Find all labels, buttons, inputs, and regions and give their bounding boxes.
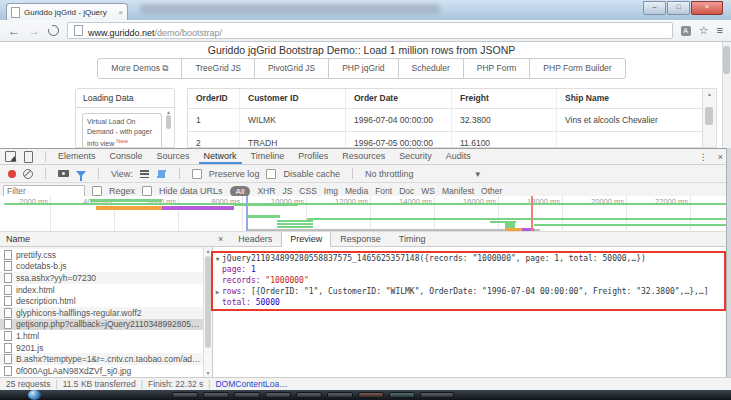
name-column-header[interactable]: Name	[0, 234, 212, 244]
panel-scrollbar-thumb[interactable]	[166, 115, 171, 129]
taskbar-button[interactable]	[358, 392, 384, 398]
record-icon[interactable]	[8, 170, 16, 178]
php-form-builder-button[interactable]: PHP Form Builder	[529, 58, 625, 79]
throttling-select[interactable]: No throttling	[365, 169, 414, 179]
throttling-dropdown-icon[interactable]: ▾	[475, 169, 480, 179]
pivotgrid-js-button[interactable]: PivotGrid JS	[254, 58, 329, 79]
request-row[interactable]: 0f000AgLAaN98XdZVf_sj0.jpg	[0, 365, 203, 377]
request-scrollbar-thumb[interactable]	[205, 256, 211, 348]
col-ship-name[interactable]: Ship Name	[557, 89, 716, 108]
type-other[interactable]: Other	[481, 186, 502, 196]
forward-icon[interactable]: →	[28, 25, 40, 37]
translate-icon[interactable]: A	[681, 26, 691, 36]
detail-close-icon[interactable]: ×	[212, 232, 229, 247]
type-manifest[interactable]: Manifest	[442, 186, 474, 196]
taskbar-button[interactable]	[389, 392, 415, 398]
request-row[interactable]: ssa.ashx?yyh=07230	[0, 272, 203, 284]
page-scrollbar-thumb[interactable]	[723, 46, 730, 74]
tab-audits[interactable]: Audits	[439, 149, 478, 164]
expander-closed-icon[interactable]: ▶	[213, 286, 222, 297]
scroll-up-icon[interactable]: ▲	[703, 89, 716, 97]
reload-icon[interactable]	[48, 25, 59, 36]
scroll-down-icon[interactable]: ▼	[204, 370, 212, 376]
taskbar-button[interactable]	[172, 392, 198, 398]
taskbar-button[interactable]	[420, 392, 454, 398]
grid-scrollbar-thumb[interactable]	[705, 107, 713, 125]
clear-icon[interactable]	[23, 169, 33, 179]
hide-data-urls-checkbox[interactable]	[142, 186, 152, 196]
tab-timeline[interactable]: Timeline	[244, 149, 292, 164]
tab-response[interactable]: Response	[331, 232, 390, 247]
browser-tab[interactable]: Guriddo jqGrid - jQuery ×	[6, 3, 128, 20]
request-row-selected[interactable]: getjsonp.php?callback=jQuery211034899280…	[0, 319, 203, 331]
url-field[interactable]: www.guriddo.net/demo/bootstrap/	[67, 22, 673, 39]
chrome-menu-icon[interactable]: ≡	[717, 25, 723, 36]
device-toolbar-icon[interactable]	[24, 151, 33, 163]
type-img[interactable]: Img	[324, 186, 338, 196]
panel-scrollbar[interactable]: ▲	[166, 110, 171, 129]
request-row[interactable]: index.html	[0, 284, 203, 296]
type-js[interactable]: JS	[282, 186, 292, 196]
tab-headers[interactable]: Headers	[229, 232, 281, 247]
sidebar-item-virtual-load[interactable]: Virtual Load On Demand - with pager info…	[82, 113, 162, 148]
scroll-up-icon[interactable]: ▲	[204, 248, 212, 254]
type-ws[interactable]: WS	[421, 186, 435, 196]
close-button[interactable]: ×	[691, 1, 723, 15]
grid-row-2[interactable]: 2 TRADH 1996-07-05 00:00:00 11.6100	[188, 132, 716, 148]
type-css[interactable]: CSS	[299, 186, 316, 196]
request-row[interactable]: codetabs-b.js	[0, 261, 203, 273]
expander-open-icon[interactable]: ▼	[213, 253, 222, 264]
type-all[interactable]: All	[230, 186, 251, 197]
php-jqgrid-button[interactable]: PHP jqGrid	[328, 58, 398, 79]
treegrid-js-button[interactable]: TreeGrid JS	[181, 58, 255, 79]
php-form-button[interactable]: PHP Form	[463, 58, 531, 79]
taskbar-button[interactable]	[327, 392, 353, 398]
minimize-button[interactable]: –	[643, 1, 666, 15]
devtools-close-icon[interactable]: ×	[718, 152, 723, 162]
request-row[interactable]: B.ashx?temptype=1&r=.cntv.cn.taobao.com/…	[0, 353, 203, 365]
type-font[interactable]: Font	[375, 186, 392, 196]
filter-funnel-icon[interactable]	[76, 171, 86, 177]
request-row[interactable]: 1.html	[0, 330, 203, 342]
type-xhr[interactable]: XHR	[257, 186, 275, 196]
json-rows-line[interactable]: ▶ rows: [{OrderID: "1", CustomerID: "WIL…	[213, 286, 725, 297]
start-orb-icon[interactable]	[28, 390, 41, 400]
type-doc[interactable]: Doc	[399, 186, 414, 196]
col-customer-id[interactable]: Customer ID	[240, 89, 346, 108]
tab-timing[interactable]: Timing	[390, 232, 435, 247]
inspect-element-icon[interactable]	[5, 151, 16, 162]
taskbar-button[interactable]	[234, 392, 260, 398]
maximize-button[interactable]: □	[667, 1, 690, 15]
col-order-date[interactable]: Order Date	[346, 89, 452, 108]
taskbar-button[interactable]	[203, 392, 229, 398]
grid-row-1[interactable]: 1 WILMK 1996-07-04 00:00:00 32.3800 Vins…	[188, 109, 716, 132]
request-row[interactable]: prettify.css	[0, 249, 203, 261]
disable-cache-checkbox[interactable]	[266, 169, 276, 179]
scheduler-button[interactable]: Scheduler	[398, 58, 464, 79]
tab-profiles[interactable]: Profiles	[291, 149, 335, 164]
devtools-kebab-icon[interactable]: ⋮	[699, 152, 708, 162]
preserve-log-checkbox[interactable]	[192, 169, 202, 179]
network-overview[interactable]: 2000 ms 4000 ms 6000 ms 8000 ms 10000 ms…	[0, 196, 731, 232]
json-root-line[interactable]: ▼ jQuery211034899280558837575_1465625357…	[213, 253, 725, 264]
tab-console[interactable]: Console	[103, 149, 150, 164]
scroll-up-icon[interactable]: ▲	[166, 110, 171, 115]
tab-preview[interactable]: Preview	[281, 232, 331, 247]
col-orderid[interactable]: OrderID	[188, 89, 240, 108]
view-grid-icon[interactable]	[140, 170, 149, 178]
tab-network[interactable]: Network	[197, 149, 244, 164]
col-freight[interactable]: Freight	[452, 89, 557, 108]
tab-resources[interactable]: Resources	[335, 149, 392, 164]
grid-scrollbar[interactable]: ▲	[702, 89, 716, 147]
taskbar-button[interactable]	[265, 392, 291, 398]
regex-checkbox[interactable]	[92, 186, 102, 196]
tab-close-icon[interactable]: ×	[118, 8, 123, 17]
taskbar-button[interactable]	[296, 392, 322, 398]
tab-elements[interactable]: Elements	[51, 149, 103, 164]
view-waterfall-icon[interactable]	[156, 170, 167, 178]
type-media[interactable]: Media	[345, 186, 368, 196]
request-row[interactable]: description.html	[0, 295, 203, 307]
bookmark-star-icon[interactable]: ☆	[699, 25, 709, 36]
request-row[interactable]: 9201.js	[0, 342, 203, 354]
tab-security[interactable]: Security	[392, 149, 439, 164]
